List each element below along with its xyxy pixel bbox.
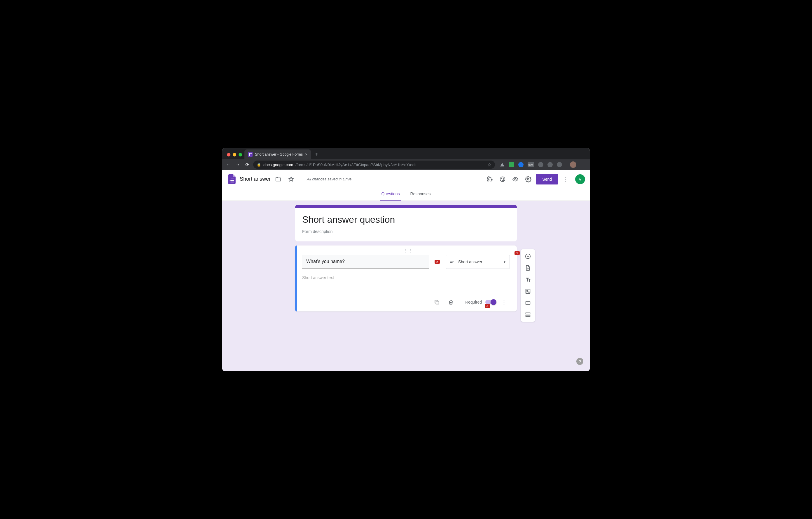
- side-toolbar: 1: [521, 249, 535, 322]
- question-type-label: Short answer: [458, 260, 482, 264]
- forward-button[interactable]: →: [234, 162, 241, 167]
- extension-icon[interactable]: [557, 162, 562, 167]
- svg-rect-2: [230, 180, 231, 181]
- account-avatar[interactable]: V: [575, 174, 585, 184]
- form-body: Short answer question Form description ⋮…: [295, 205, 517, 311]
- bookmark-star-icon[interactable]: ☆: [487, 162, 491, 168]
- import-questions-icon[interactable]: [522, 262, 534, 274]
- extension-icon[interactable]: [547, 162, 553, 167]
- question-type-dropdown[interactable]: Short answer ▼: [446, 255, 510, 269]
- new-tab-button[interactable]: +: [311, 151, 323, 159]
- required-toggle[interactable]: [485, 300, 496, 304]
- svg-point-6: [500, 176, 505, 182]
- reload-button[interactable]: ⟳: [244, 162, 250, 168]
- callout-badge-3: 3: [485, 304, 490, 308]
- chevron-down-icon: ▼: [503, 261, 506, 264]
- chrome-profile-avatar[interactable]: [570, 161, 576, 168]
- add-question-icon[interactable]: [522, 250, 534, 262]
- svg-point-15: [527, 290, 528, 291]
- extension-icons: NEW: [498, 162, 564, 167]
- svg-rect-17: [526, 313, 530, 315]
- delete-icon[interactable]: [445, 296, 457, 308]
- callout-badge-2: 2: [435, 260, 440, 264]
- svg-rect-1: [231, 179, 234, 179]
- maximize-window-icon[interactable]: [239, 153, 242, 157]
- svg-point-8: [502, 177, 503, 178]
- add-section-icon[interactable]: [522, 309, 534, 321]
- question-more-icon[interactable]: ⋮: [498, 296, 510, 308]
- app-header: Short answer All changes saved in Drive …: [222, 170, 590, 189]
- mail-extension-icon[interactable]: [509, 162, 514, 167]
- help-button[interactable]: ?: [576, 358, 583, 365]
- new-extension-icon[interactable]: NEW: [528, 162, 534, 167]
- short-answer-placeholder: Short answer text: [302, 275, 416, 282]
- svg-rect-0: [230, 179, 231, 179]
- preview-icon[interactable]: [510, 174, 521, 185]
- form-canvas: Short answer question Form description ⋮…: [222, 201, 590, 371]
- settings-gear-icon[interactable]: [523, 174, 533, 185]
- lock-icon: 🔒: [257, 163, 261, 167]
- star-icon[interactable]: [286, 174, 296, 185]
- browser-toolbar: ← → ⟳ 🔒 docs.google.com/forms/d/1PuS0uN9…: [222, 159, 590, 170]
- header-actions: Send ⋮ V: [485, 174, 585, 185]
- chrome-menu-icon[interactable]: ⋮: [579, 161, 587, 168]
- form-title-card[interactable]: Short answer question Form description: [295, 205, 517, 241]
- tab-title: Short answer - Google Forms: [255, 153, 303, 157]
- tab-responses[interactable]: Responses: [409, 189, 432, 200]
- close-window-icon[interactable]: [227, 153, 230, 157]
- minimize-window-icon[interactable]: [233, 153, 236, 157]
- required-label: Required: [465, 300, 482, 304]
- add-title-icon[interactable]: [522, 274, 534, 285]
- more-menu-icon[interactable]: ⋮: [560, 174, 571, 185]
- add-image-icon[interactable]: [522, 285, 534, 297]
- url-path: /forms/d/1PuS0uN9kAHIJyAe1x3FttCtxpaoPSb…: [295, 163, 416, 167]
- drag-handle-icon[interactable]: ⋮⋮⋮: [302, 248, 510, 253]
- svg-point-10: [515, 179, 517, 180]
- question-footer: Required ⋮ 3: [302, 294, 510, 308]
- svg-rect-14: [526, 289, 530, 294]
- callout-badge-1: 1: [515, 251, 520, 255]
- browser-tab-strip: Short answer - Google Forms × +: [222, 148, 590, 159]
- back-button[interactable]: ←: [225, 162, 232, 167]
- move-to-folder-icon[interactable]: [273, 174, 284, 185]
- svg-rect-4: [230, 182, 231, 182]
- close-tab-icon[interactable]: ×: [305, 152, 308, 157]
- svg-point-11: [528, 179, 529, 180]
- chrome-window: Short answer - Google Forms × + ← → ⟳ 🔒 …: [222, 148, 590, 371]
- document-title[interactable]: Short answer: [240, 176, 271, 182]
- svg-point-7: [501, 178, 502, 179]
- short-answer-icon: [450, 259, 455, 265]
- browser-tab[interactable]: Short answer - Google Forms ×: [244, 149, 311, 159]
- form-tabs: Questions Responses: [222, 189, 590, 201]
- tab-questions[interactable]: Questions: [380, 189, 401, 200]
- send-button[interactable]: Send: [536, 174, 558, 185]
- palette-icon[interactable]: [497, 174, 508, 185]
- svg-rect-3: [231, 180, 234, 181]
- svg-rect-5: [231, 182, 234, 182]
- url-domain: docs.google.com: [263, 163, 293, 167]
- google-forms-logo-icon[interactable]: [228, 174, 236, 184]
- address-bar[interactable]: 🔒 docs.google.com/forms/d/1PuS0uN9kAHIJy…: [253, 161, 495, 169]
- window-controls: [225, 153, 244, 159]
- svg-rect-12: [436, 301, 439, 304]
- question-card: ⋮⋮⋮ 2 Short answer ▼ Short answer text: [295, 245, 517, 311]
- form-title[interactable]: Short answer question: [302, 214, 510, 225]
- extension-icon[interactable]: [538, 162, 543, 167]
- add-video-icon[interactable]: [522, 297, 534, 309]
- save-status: All changes saved in Drive: [307, 177, 351, 181]
- svg-point-9: [503, 178, 504, 179]
- form-description-placeholder[interactable]: Form description: [302, 229, 510, 234]
- addons-icon[interactable]: [485, 174, 495, 185]
- duplicate-icon[interactable]: [431, 296, 443, 308]
- drive-extension-icon[interactable]: [500, 162, 505, 167]
- question-text-input[interactable]: [302, 255, 429, 269]
- svg-rect-18: [526, 315, 530, 317]
- extension-icon[interactable]: [518, 162, 524, 167]
- forms-favicon-icon: [248, 152, 253, 157]
